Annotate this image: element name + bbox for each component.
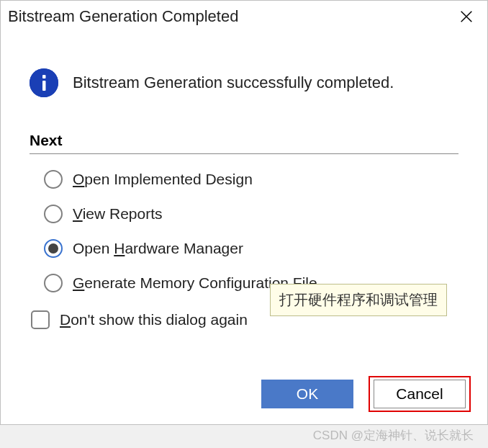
radio-option-1[interactable]: View Reports [44, 205, 458, 223]
radio-group: Open Implemented DesignView ReportsOpen … [30, 170, 458, 292]
message-row: Bitstream Generation successfully comple… [30, 68, 458, 97]
cancel-button[interactable]: Cancel [374, 380, 466, 408]
radio-label: View Reports [73, 205, 163, 223]
button-row: OK Cancel [261, 380, 466, 408]
checkbox-box [31, 310, 50, 329]
radio-label: Open Hardware Manager [73, 240, 243, 257]
radio-option-0[interactable]: Open Implemented Design [44, 170, 458, 189]
radio-circle [44, 170, 63, 189]
radio-label: Open Implemented Design [73, 171, 253, 188]
dialog-title: Bitstream Generation Completed [8, 7, 238, 26]
message-text: Bitstream Generation successfully comple… [73, 73, 394, 92]
svg-rect-3 [42, 75, 46, 79]
watermark: CSDN @定海神针、说长就长 [313, 427, 474, 444]
checkbox-label: Don't show this dialog again [60, 311, 248, 328]
info-icon [30, 68, 58, 97]
dialog-window: Bitstream Generation Completed Bitstream… [0, 0, 488, 425]
section-label: Next [30, 132, 458, 149]
tooltip: 打开硬件程序和调试管理 [270, 284, 447, 316]
radio-option-2[interactable]: Open Hardware Manager [44, 239, 458, 258]
cancel-button-label: Cancel [396, 385, 443, 403]
radio-circle [44, 239, 63, 258]
ok-button[interactable]: OK [261, 380, 353, 408]
close-icon [458, 9, 474, 24]
divider [30, 153, 458, 154]
titlebar: Bitstream Generation Completed [1, 1, 487, 32]
close-button[interactable] [454, 4, 479, 29]
svg-rect-4 [42, 81, 46, 91]
radio-circle [44, 205, 63, 223]
radio-circle [44, 274, 63, 292]
